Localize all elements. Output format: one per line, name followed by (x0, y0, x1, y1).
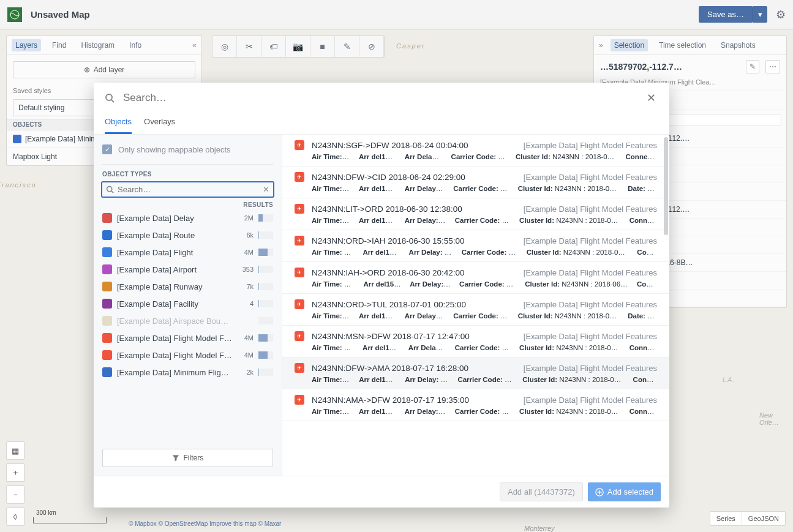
object-type-item: [Example Data] Airspace Boundary (100, 312, 276, 329)
object-type-name: [Example Data] Flight Model Features (117, 334, 233, 343)
result-item[interactable]: ✈ N243NN:AMA->DFW 2018-07-17 19:35:00 [E… (282, 389, 669, 421)
svg-point-3 (107, 187, 112, 192)
object-type-search[interactable]: ✕ (101, 181, 274, 198)
add-selected-button[interactable]: Add selected (588, 482, 661, 501)
result-meta: Air Time: 94 Arr del15: 0 Arr Delay: -1 … (295, 182, 657, 192)
object-type-item[interactable]: [Example Data] Delay 2M (100, 209, 276, 227)
object-type-item[interactable]: [Example Data] Facility 4 (100, 295, 276, 312)
object-type-item[interactable]: [Example Data] Minimum Flight Clea… 2k (100, 364, 276, 381)
result-item[interactable]: ✈ N243NN:DFW->CID 2018-06-24 02:29:00 [E… (282, 167, 669, 198)
search-icon (105, 93, 115, 103)
object-type-count: 4 (238, 300, 254, 307)
result-item[interactable]: ✈ N243NN:LIT->ORD 2018-06-30 12:38:00 [E… (282, 198, 669, 230)
results-heading: RESULTS (94, 198, 282, 209)
object-type-count: 2k (238, 369, 254, 376)
object-type-name: [Example Data] Flight (117, 248, 233, 257)
result-icon: ✈ (295, 236, 304, 245)
result-icon: ✈ (295, 299, 304, 309)
object-type-item[interactable]: [Example Data] Airport 353 (100, 261, 276, 278)
save-as-button[interactable]: Save as… (699, 6, 753, 23)
mappable-checkbox[interactable]: ✓ (102, 144, 112, 154)
object-type-count: 4M (238, 334, 254, 342)
object-type-name: [Example Data] Delay (117, 214, 233, 223)
result-meta: Air Time: 57 Arr del15: 0 Arr Delay: 2 C… (295, 150, 657, 160)
result-title: N243NN:AMA->DFW 2018-07-17 19:35:00 (312, 395, 469, 405)
object-type-item[interactable]: [Example Data] Flight Model Features 4M (100, 347, 276, 364)
svg-line-2 (111, 100, 114, 102)
object-type-count: 4M (238, 351, 254, 359)
result-title: N243NN:SGF->DFW 2018-06-24 00:04:00 (312, 141, 468, 150)
mappable-label: Only showing mappable objects (118, 145, 231, 154)
result-source: [Example Data] Flight Model Features (524, 364, 657, 373)
result-title: N243NN:LIT->ORD 2018-06-30 12:38:00 (312, 204, 462, 214)
object-type-item[interactable]: [Example Data] Flight Model Features 4M (100, 329, 276, 347)
result-meta: Air Time: 47 Arr del15: 0 Arr Delay: -16… (295, 373, 657, 383)
object-type-name: [Example Data] Facility (117, 299, 233, 309)
object-type-bar (258, 231, 273, 239)
object-type-icon (102, 333, 112, 343)
result-item[interactable]: ✈ N243NN:DFW->AMA 2018-07-17 16:28:00 [E… (282, 358, 669, 389)
object-type-bar (258, 334, 273, 342)
object-type-icon (102, 247, 112, 257)
result-icon: ✈ (295, 172, 304, 182)
result-icon: ✈ (295, 204, 304, 214)
object-type-icon (102, 299, 112, 309)
filters-button[interactable]: Filters (102, 449, 273, 467)
object-type-name: [Example Data] Route (117, 231, 233, 240)
object-type-name: [Example Data] Airspace Boundary (117, 317, 233, 326)
clear-search-icon[interactable]: ✕ (263, 185, 269, 194)
search-modal: ✕ Objects Overlays ✓ Only showing mappab… (94, 83, 669, 508)
result-meta: Air Time: 86 Arr del15: 0 Arr Delay: 11 … (295, 214, 657, 224)
modal-tab-objects[interactable]: Objects (105, 113, 132, 134)
object-type-icon (102, 367, 112, 377)
result-item[interactable]: ✈ N243NN:ORD->IAH 2018-06-30 15:55:00 [E… (282, 230, 669, 262)
modal-search-input[interactable] (123, 92, 644, 104)
result-title: N243NN:ORD->TUL 2018-07-01 00:25:00 (312, 300, 466, 309)
object-types-heading: OBJECT TYPES (94, 171, 282, 181)
result-title: N243NN:MSN->DFW 2018-07-17 12:47:00 (312, 332, 470, 341)
result-source: [Example Data] Flight Model Features (524, 395, 657, 405)
filters-label: Filters (184, 454, 204, 462)
result-item[interactable]: ✈ N243NN:SGF->DFW 2018-06-24 00:04:00 [E… (282, 135, 669, 167)
search-icon (106, 185, 114, 193)
result-source: [Example Data] Flight Model Features (524, 173, 657, 182)
save-as-dropdown[interactable]: ▾ (753, 6, 767, 23)
modal-overlay: ✕ Objects Overlays ✓ Only showing mappab… (0, 30, 793, 532)
app-logo-icon[interactable] (7, 7, 22, 22)
result-title: N243NN:DFW->CID 2018-06-24 02:29:00 (312, 173, 465, 182)
scrollbar-thumb[interactable] (664, 137, 668, 235)
object-type-item[interactable]: [Example Data] Route 6k (100, 227, 276, 244)
object-type-item[interactable]: [Example Data] Flight 4M (100, 244, 276, 261)
object-type-icon (102, 316, 112, 326)
object-type-icon (102, 282, 112, 291)
object-type-count: 353 (238, 266, 254, 273)
object-type-bar (258, 214, 273, 222)
settings-gear-icon[interactable]: ⚙ (776, 8, 786, 21)
result-item[interactable]: ✈ N243NN:ORD->TUL 2018-07-01 00:25:00 [E… (282, 294, 669, 326)
result-icon: ✈ (295, 140, 304, 150)
page-title: Unsaved Map (31, 9, 90, 20)
object-type-search-input[interactable] (118, 185, 263, 194)
top-bar: Unsaved Map Save as… ▾ ⚙ (0, 0, 793, 29)
object-type-bar (258, 317, 273, 324)
close-icon[interactable]: ✕ (644, 91, 658, 105)
object-type-item[interactable]: [Example Data] Runway 7k (100, 278, 276, 295)
result-meta: Air Time: 117 Arr del15: 0 Arr Delay: 1 … (295, 341, 657, 351)
result-icon: ✈ (295, 268, 304, 277)
result-title: N243NN:ORD->IAH 2018-06-30 15:55:00 (312, 236, 465, 245)
result-source: [Example Data] Flight Model Features (524, 300, 657, 309)
result-meta: Air Time: 81 Arr del15: 0 Arr Delay: -2 … (295, 309, 657, 320)
object-type-icon (102, 264, 112, 274)
object-type-count: 6k (238, 231, 254, 239)
add-all-button[interactable]: Add all (14437372) (500, 482, 583, 501)
modal-tab-overlays[interactable]: Overlays (144, 113, 175, 134)
object-type-count: 4M (238, 249, 254, 256)
object-type-bar (258, 266, 273, 273)
object-type-name: [Example Data] Runway (117, 282, 233, 291)
object-type-count: 7k (238, 283, 254, 290)
result-item[interactable]: ✈ N243NN:IAH->ORD 2018-06-30 20:42:00 [E… (282, 262, 669, 294)
svg-point-1 (106, 94, 112, 100)
result-title: N243NN:DFW->AMA 2018-07-17 16:28:00 (312, 364, 468, 373)
result-item[interactable]: ✈ N243NN:MSN->DFW 2018-07-17 12:47:00 [E… (282, 326, 669, 358)
object-type-icon (102, 350, 112, 360)
